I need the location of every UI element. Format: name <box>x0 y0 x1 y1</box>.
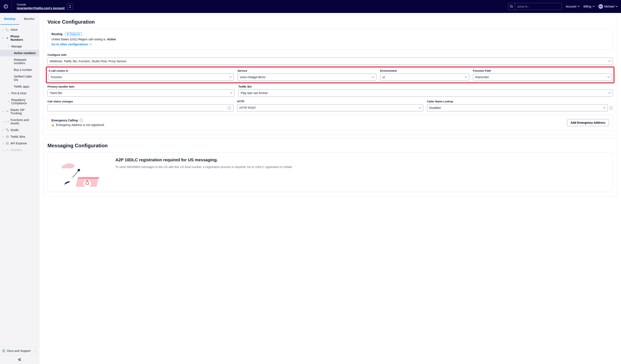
console-label: Console <box>17 3 65 6</box>
bin-icon <box>5 135 9 138</box>
select-value: Play epic sax forever <box>241 91 608 95</box>
call-status-input[interactable] <box>50 106 228 110</box>
account-name-link[interactable]: mcarpenter@twilio.com's Account <box>17 6 65 10</box>
user-name: Michael <box>604 5 614 8</box>
billing-menu[interactable]: Billing <box>583 5 594 8</box>
sidebar-item-released-numbers[interactable]: Released numbers <box>0 56 39 66</box>
chevron-right-icon: › <box>8 92 10 95</box>
svg-point-0 <box>510 5 512 7</box>
tab-monitor[interactable]: Monitor <box>20 13 39 25</box>
svg-rect-9 <box>53 126 53 126</box>
sidebar-item-label: Active numbers <box>14 51 36 55</box>
sidebar-item-port-host[interactable]: › Port & Host <box>0 90 39 97</box>
chevron-right-icon: › <box>8 100 10 103</box>
twilio-logo-icon <box>4 4 8 9</box>
sidebar-item-label: Verified Caller IDs <box>14 75 37 82</box>
chevron-down-icon <box>419 107 421 108</box>
service-select[interactable]: voice-chatgpt-demo <box>238 74 376 81</box>
configure-with-select[interactable]: Webhook, TwiML Bin, Function, Studio Flo… <box>48 58 613 65</box>
call-comes-in-select[interactable]: Function <box>49 74 234 81</box>
call-status-input-wrap: i <box>48 104 233 111</box>
twiml-bin-select[interactable]: Play epic sax forever <box>238 89 613 97</box>
chevron-down-icon <box>604 107 605 108</box>
docs-support-label: Docs and Support <box>7 349 31 352</box>
sidebar-item-label: Port & Host <box>11 92 26 95</box>
http-method-select[interactable]: HTTP POST <box>237 104 423 111</box>
function-path-select[interactable]: /transcribe <box>473 74 612 81</box>
svg-point-11 <box>62 165 67 169</box>
emergency-warning-text: Emergency Address is not registered. <box>56 123 105 127</box>
account-menu-label: Account <box>566 5 576 8</box>
chevron-down-icon <box>465 77 467 78</box>
info-icon[interactable]: i <box>609 106 613 110</box>
top-header: Console mcarpenter@twilio.com's Account … <box>0 0 621 13</box>
call-comes-in-label: A call comes in <box>49 69 234 72</box>
more-icon[interactable]: ⋮ <box>34 349 37 352</box>
routing-box: Routing Regional United States (US1) Reg… <box>48 29 613 50</box>
sidebar-item-studio[interactable]: › Studio <box>0 127 39 133</box>
search-input[interactable] <box>515 5 562 8</box>
select-value: Webhook, TwiML Bin, Function, Studio Flo… <box>50 60 608 63</box>
sidebar-item-label: API Explorer <box>10 142 27 145</box>
svg-rect-8 <box>53 125 53 125</box>
sidebar-item-frontline[interactable]: › Frontline <box>0 147 39 153</box>
chevron-right-icon: › <box>2 110 4 113</box>
account-block: Console mcarpenter@twilio.com's Account <box>12 3 73 10</box>
chevron-right-icon: › <box>2 142 4 145</box>
sidebar-item-elastic-sip[interactable]: › Elastic SIP Trunking <box>0 107 39 116</box>
sidebar-footer[interactable]: Docs and Support ⋮ <box>0 347 39 355</box>
search-icon <box>510 5 513 8</box>
sidebar-item-twiml-bins[interactable]: › TwiML Bins <box>0 133 39 140</box>
info-icon[interactable]: i <box>228 106 231 110</box>
voice-config-title: Voice Configuration <box>48 19 613 25</box>
sidebar-item-buy-number[interactable]: Buy a number <box>0 66 39 73</box>
caller-lookup-select[interactable]: Disabled <box>427 104 608 111</box>
sidebar-item-twiml-apps[interactable]: TwiML apps <box>0 83 39 90</box>
chevron-down-icon <box>593 6 595 7</box>
a2p-notice: A2P 10DLC registration required for US m… <box>48 152 613 192</box>
select-value: ui <box>382 75 465 79</box>
sidebar-item-manage[interactable]: › Manage <box>0 43 39 50</box>
sidebar-item-active-numbers[interactable]: Active numbers <box>0 50 39 56</box>
call-status-label: Call status changes <box>48 100 233 103</box>
sidebar-item-label: Functions and Assets <box>10 118 31 125</box>
user-menu[interactable]: MC Michael <box>598 4 618 9</box>
sidebar-item-api-explorer[interactable]: › API Explorer <box>0 140 39 147</box>
sidebar-item-functions-assets[interactable]: › Functions and Assets <box>0 116 39 127</box>
select-value: HTTP POST <box>240 106 419 110</box>
primary-handler-select[interactable]: Twiml Bin <box>48 89 235 97</box>
tab-develop[interactable]: Develop <box>0 13 20 25</box>
chevron-right-icon: › <box>2 28 4 31</box>
sidebar-item-label: Manage <box>11 45 22 48</box>
account-switcher-button[interactable] <box>67 3 73 10</box>
account-menu[interactable]: Account <box>566 5 580 8</box>
environment-label: Environment <box>380 69 469 72</box>
sidebar: Develop Monitor › Voice › # Phone Number… <box>0 13 39 364</box>
select-value: Twiml Bin <box>50 91 230 95</box>
function-path-label: Function Path <box>473 69 612 72</box>
warning-icon <box>52 123 54 126</box>
header-left: Console mcarpenter@twilio.com's Account <box>3 0 73 13</box>
chevron-down-icon <box>608 92 611 94</box>
app-logo[interactable] <box>3 0 12 13</box>
svg-line-1 <box>512 7 513 8</box>
avatar: MC <box>598 4 603 9</box>
collapse-sidebar-button[interactable] <box>0 355 39 364</box>
other-configurations-link[interactable]: Go to other configurations <box>52 43 609 46</box>
sidebar-item-phone-numbers[interactable]: › # Phone Numbers <box>0 33 39 43</box>
regional-badge: Regional <box>65 32 82 36</box>
sidebar-item-label: TwiML Bins <box>10 135 25 138</box>
info-icon[interactable]: i <box>79 119 83 122</box>
sidebar-item-label: Released numbers <box>14 58 35 65</box>
a2p-content: A2P 10DLC registration required for US m… <box>115 158 292 169</box>
search-icon-cell <box>508 3 515 10</box>
service-label: Service <box>238 69 376 72</box>
add-emergency-address-button[interactable]: Add Emergency Address <box>567 119 609 126</box>
sidebar-item-voice[interactable]: › Voice <box>0 26 39 33</box>
environment-select[interactable]: ui <box>380 74 469 81</box>
messaging-config-title: Messaging Configuration <box>48 143 613 149</box>
sidebar-item-verified-caller-ids[interactable]: Verified Caller IDs <box>0 73 39 83</box>
select-value: Function <box>51 75 229 79</box>
sidebar-item-regulatory[interactable]: › Regulatory Compliance <box>0 97 39 107</box>
search-box[interactable] <box>508 3 562 10</box>
